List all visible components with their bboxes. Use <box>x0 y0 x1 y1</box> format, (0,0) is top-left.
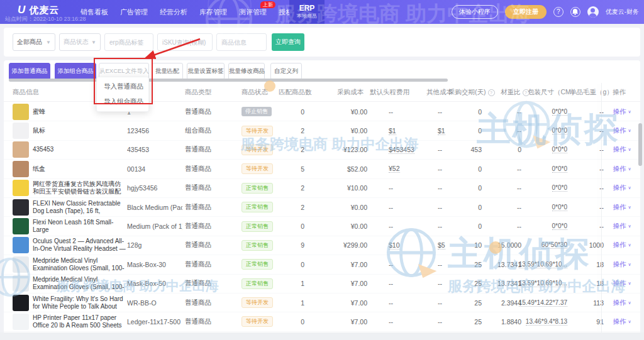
other-cost-value: -- <box>438 165 442 173</box>
package-size-value[interactable]: 0*0*0 <box>552 222 567 230</box>
package-size-value[interactable]: 0*0*0 <box>552 127 567 134</box>
dropdown-item-1[interactable]: 导入普通商品 <box>97 79 148 94</box>
product-sku: Ledger-11x17-500 <box>127 312 182 331</box>
row-action-button[interactable]: 操作 <box>613 317 626 326</box>
fixed-column-divider <box>601 83 602 332</box>
row-action-button[interactable]: 操作 <box>613 107 626 116</box>
register-button[interactable]: 立即注册 <box>505 5 547 19</box>
product-title: 鼠标 <box>33 127 45 134</box>
row-action-button[interactable]: 操作 <box>613 279 626 288</box>
product-info-cell: Medpride Medical Vinyl Examination Glove… <box>13 275 126 293</box>
purchase-lead-days-value: 453 <box>470 146 482 153</box>
purchase-cost-value: ¥123.00 <box>343 146 367 153</box>
package-size-value[interactable]: 13.59*10.69*10... <box>519 261 567 268</box>
product-image <box>13 295 29 311</box>
purchase-cost-value: ¥0.00 <box>351 108 367 116</box>
product-title: Oculus Quest 2 — Advanced All-In-One Vir… <box>33 238 126 253</box>
row-action-button[interactable]: 操作 <box>613 165 626 173</box>
package-size-value[interactable]: 60*50*30 <box>541 241 567 249</box>
product-type: 普通商品 <box>185 179 235 197</box>
search-button[interactable]: 立即查询 <box>272 33 304 51</box>
first-leg-fee-value[interactable]: ¥52 <box>389 165 400 173</box>
add-combo-product-button[interactable]: 添加组合商品 <box>55 63 96 80</box>
col-header-fleg: 默认头程费用 <box>370 88 409 97</box>
nav-item-4[interactable]: 库存管理 <box>199 8 227 17</box>
package-size-value[interactable]: 0*0*0 <box>552 204 567 211</box>
other-cost-value: -- <box>438 318 442 326</box>
row-actions: 操作∨ <box>604 275 640 293</box>
first-leg-fee-value[interactable]: $10 <box>389 241 400 250</box>
bell-icon[interactable] <box>570 7 580 17</box>
package-size-value[interactable]: 13.59*10.69*10... <box>519 280 567 287</box>
row-action-button[interactable]: 操作 <box>613 260 626 269</box>
nav-item-1[interactable]: 销售看板 <box>80 8 108 17</box>
product-status-select[interactable]: 商品状态 ▼ <box>59 33 101 51</box>
product-list-panel: 添加普通商品 添加组合商品 从EXCEL文件导入 批量匹配 批量设置标签 批量修… <box>4 60 640 332</box>
erp-tab-title: ERP <box>299 4 315 13</box>
trial-miniprogram-button[interactable]: 体验小程序 <box>452 5 498 19</box>
unit-weight-value: 18 <box>596 280 604 287</box>
product-info-cell: Oculus Quest 2 — Advanced All-In-One Vir… <box>13 236 126 255</box>
row-actions: 操作∨ <box>604 255 640 273</box>
row-action-button[interactable]: 操作 <box>613 299 626 307</box>
chevron-down-icon: ∨ <box>628 128 631 133</box>
erp-tab-subtitle: 本地商品 <box>297 13 317 19</box>
batch-set-tag-button[interactable]: 批量设置标签 <box>187 63 225 80</box>
matched-count: 1 <box>268 275 304 293</box>
unit-weight: 18 <box>570 275 604 293</box>
product-title: Medpride Medical Vinyl Examination Glove… <box>33 276 126 291</box>
row-action-button[interactable]: 操作 <box>613 126 626 135</box>
horizontal-scrollbar[interactable] <box>9 79 448 82</box>
row-action-button[interactable]: 操作 <box>613 222 626 231</box>
package-size-value[interactable]: 13.46*9.4*8.13 <box>526 318 567 326</box>
weight-ratio: -- <box>482 121 521 140</box>
add-normal-product-button[interactable]: 添加普通商品 <box>9 63 50 80</box>
first-leg-fee: -- <box>389 102 436 121</box>
erp-tag-input[interactable] <box>104 33 153 51</box>
product-type-value: 普通商品 <box>185 222 211 231</box>
app-logo[interactable]: U 优麦云 <box>18 4 59 16</box>
custom-columns-button[interactable]: 自定义列 <box>270 63 302 80</box>
nav-item-3[interactable]: 经营分析 <box>160 8 187 17</box>
tab-erp[interactable]: ERP 本地商品 <box>289 0 325 24</box>
purchase-cost: ¥0.00 <box>304 217 367 235</box>
product-info-input[interactable] <box>216 33 267 51</box>
row-actions: 操作∨ <box>604 236 640 255</box>
package-size-value[interactable]: 0*0*0 <box>552 146 567 153</box>
product-sku-value: hgjy53456 <box>127 184 157 192</box>
chevron-down-icon: ∨ <box>628 147 631 152</box>
nav-item-2[interactable]: 广告管理 <box>120 8 148 17</box>
purchase-cost-value: $52.00 <box>347 165 367 173</box>
other-cost-value[interactable]: $1 <box>438 127 445 135</box>
package-size-value[interactable]: 0*0*0 <box>552 108 567 116</box>
matched-count: 0 <box>268 217 304 235</box>
package-size-value[interactable]: 0*0*0 <box>552 165 567 173</box>
package-size-value[interactable]: 0*0*0 <box>552 184 567 192</box>
vertical-scrollbar[interactable] <box>638 123 642 166</box>
first-leg-fee-value[interactable]: $453453 <box>389 146 414 154</box>
top-navigation-bar: U 优麦云 站点时间：2022-10-10 23:16:28 销售看板广告管理经… <box>0 0 644 24</box>
product-sku: 123456 <box>127 121 182 140</box>
row-action-button[interactable]: 操作 <box>613 241 626 250</box>
user-avatar[interactable] <box>587 6 599 18</box>
product-scope-select[interactable]: 全部商品 ▼ <box>13 33 55 51</box>
isku-search-input[interactable] <box>157 33 213 51</box>
row-action-button[interactable]: 操作 <box>613 145 626 154</box>
row-action-button[interactable]: 操作 <box>613 184 626 192</box>
row-action-button[interactable]: 操作 <box>613 203 626 212</box>
dropdown-item-2[interactable]: 导入组合商品 <box>97 94 148 109</box>
help-icon[interactable]: ? <box>553 7 564 17</box>
first-leg-fee-value[interactable]: $1 <box>389 127 396 135</box>
batch-match-button[interactable]: 批量匹配 <box>152 63 183 80</box>
chevron-down-icon: ∨ <box>628 281 631 286</box>
weight-ratio: -- <box>482 217 521 235</box>
product-type: 普通商品 <box>185 312 235 331</box>
other-cost-value[interactable]: $5 <box>438 241 445 250</box>
purchase-cost-value: ¥7.00 <box>351 299 367 307</box>
product-info-cell: Flexi Neon Leash 16ft Small-Large <box>13 217 126 235</box>
nav-item-5[interactable]: 测评管理上新 <box>239 8 267 17</box>
batch-edit-button[interactable]: 批量修改商品 <box>228 63 265 80</box>
package-size-value[interactable]: 15.49*14.22*7.37 <box>519 299 567 307</box>
site-time: 站点时间：2022-10-10 23:16:28 <box>5 15 86 23</box>
product-sku-value: 435453 <box>127 146 149 153</box>
